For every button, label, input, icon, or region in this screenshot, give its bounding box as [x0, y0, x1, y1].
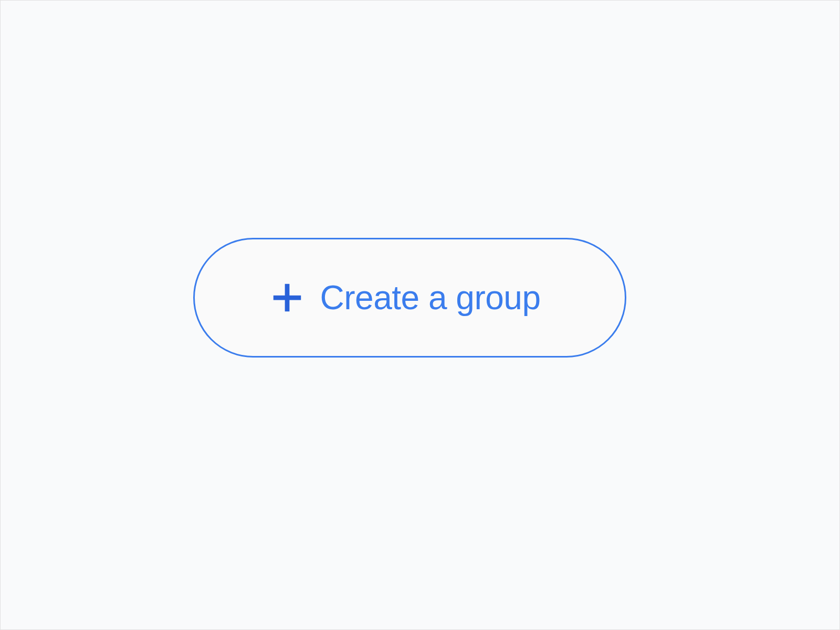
plus-icon	[269, 279, 306, 316]
create-group-label: Create a group	[320, 278, 541, 317]
button-content: Create a group	[269, 278, 541, 317]
create-group-button[interactable]: Create a group	[193, 238, 626, 358]
